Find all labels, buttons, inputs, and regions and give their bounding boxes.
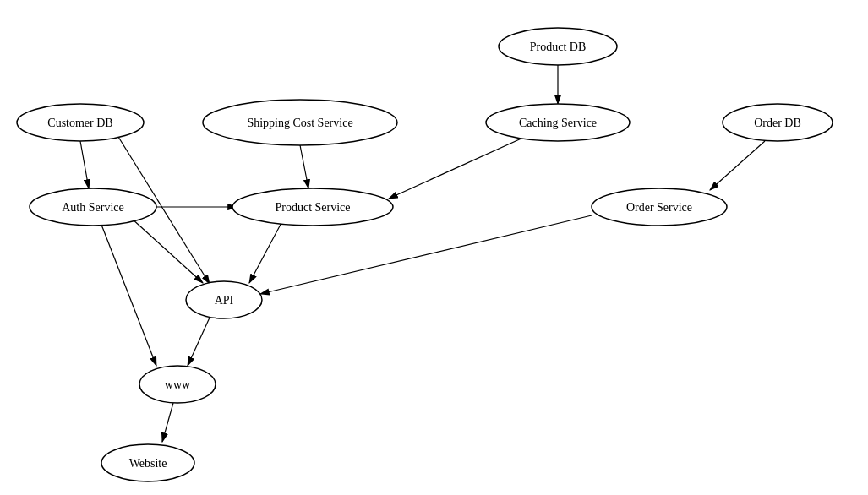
label-shipping-cost: Shipping Cost Service	[247, 117, 352, 129]
edge-orderservice-api	[260, 215, 592, 294]
edge-orderdb-orderservice	[710, 141, 765, 190]
edge-api-www	[188, 318, 210, 366]
label-caching-service: Caching Service	[519, 117, 597, 129]
label-auth-service: Auth Service	[62, 201, 123, 214]
edge-auth-api	[131, 218, 203, 283]
edge-www-website	[162, 403, 173, 442]
edge-product-api	[249, 220, 283, 283]
edge-caching-product	[389, 133, 532, 199]
label-www: www	[165, 378, 191, 391]
label-order-db: Order DB	[754, 117, 801, 129]
edge-customerdb-auth	[80, 141, 89, 188]
edge-shipping-product	[300, 145, 308, 188]
label-product-db: Product DB	[530, 41, 587, 53]
label-api: API	[215, 294, 234, 307]
label-website: Website	[129, 457, 167, 470]
label-order-service: Order Service	[626, 201, 692, 214]
edge-auth-www	[101, 225, 156, 366]
architecture-diagram: Product DB Customer DB Shipping Cost Ser…	[0, 0, 868, 495]
label-product-service: Product Service	[275, 201, 350, 214]
label-customer-db: Customer DB	[47, 117, 112, 129]
